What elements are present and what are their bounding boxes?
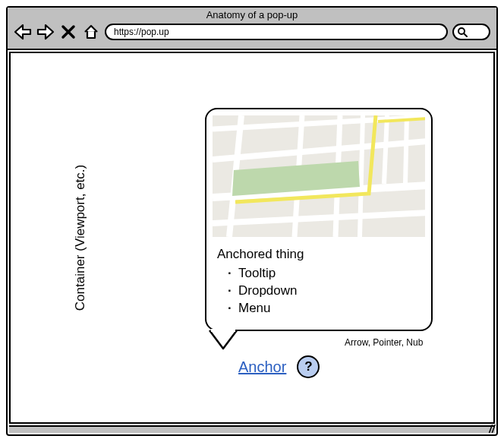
container-label: Container (Viewport, etc.) [73, 165, 88, 311]
arrow-label: Arrow, Pointer, Nub [345, 337, 423, 348]
viewport: Container (Viewport, etc.) [9, 52, 495, 424]
home-icon[interactable] [82, 23, 100, 41]
stop-icon[interactable] [59, 23, 77, 41]
anchor-link[interactable]: Anchor [238, 358, 286, 376]
forward-icon[interactable] [36, 23, 55, 41]
map-image [213, 115, 425, 237]
help-glyph: ? [304, 359, 312, 374]
popup-heading: Anchored thing [217, 246, 421, 264]
back-icon[interactable] [14, 23, 32, 41]
search-box[interactable] [452, 24, 490, 40]
list-item: Menu [238, 300, 421, 317]
popup-list: Tooltip Dropdown Menu [217, 265, 421, 317]
arrow-pointer-icon [208, 329, 238, 350]
list-item: Tooltip [238, 265, 421, 283]
browser-toolbar: Anatomy of a pop-up https://pop.up [8, 8, 496, 50]
list-item: Dropdown [238, 283, 421, 300]
nav-row: https://pop.up [14, 23, 490, 41]
anchor-row: Anchor ? [238, 355, 320, 378]
window-title: Anatomy of a pop-up [8, 9, 496, 21]
search-icon [457, 27, 468, 37]
browser-window: Anatomy of a pop-up https://pop.up Conta… [6, 6, 498, 436]
url-input[interactable]: https://pop.up [105, 24, 448, 40]
popup-body: Anchored thing Tooltip Dropdown Menu [206, 243, 431, 324]
resize-grip-icon[interactable]: // [489, 425, 495, 433]
url-text: https://pop.up [114, 25, 169, 39]
status-bar: // [9, 425, 495, 433]
help-icon[interactable]: ? [297, 355, 320, 378]
popup-panel: Anchored thing Tooltip Dropdown Menu [205, 108, 433, 331]
